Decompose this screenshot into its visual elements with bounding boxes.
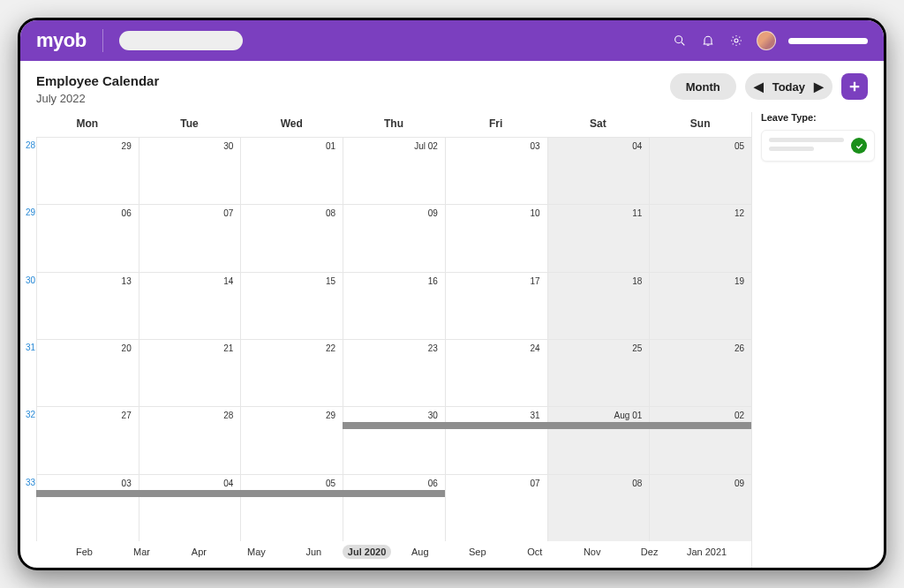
day-number: 09 [428, 208, 438, 218]
today-label: Today [772, 80, 805, 94]
day-cell[interactable]: 22 [240, 339, 343, 406]
search-icon[interactable] [672, 33, 688, 49]
day-cell[interactable]: 28 [139, 406, 241, 473]
timeline-item[interactable]: Nov [563, 547, 621, 557]
search-input[interactable] [119, 31, 243, 50]
day-number: 21 [223, 343, 233, 353]
day-cell[interactable]: 29 [36, 137, 139, 204]
day-cell[interactable]: Jul 02 [343, 137, 445, 204]
day-cell[interactable]: 23 [343, 339, 445, 406]
day-cell[interactable]: 04 [139, 474, 241, 541]
avatar[interactable] [757, 31, 776, 50]
timeline-item[interactable]: Sep [448, 547, 506, 557]
day-cell[interactable]: 19 [649, 272, 751, 339]
day-cell[interactable]: Aug 01 [547, 406, 650, 473]
day-cell[interactable]: 05 [240, 474, 343, 541]
day-cell[interactable]: 26 [649, 339, 751, 406]
week-cells: 03040506070809 [36, 474, 751, 541]
day-cell[interactable]: 06 [343, 474, 445, 541]
day-number: 31 [530, 411, 539, 420]
day-number: 03 [122, 479, 132, 488]
day-cell[interactable]: 04 [547, 137, 650, 204]
topbar: myob [20, 20, 884, 61]
gear-icon[interactable] [728, 33, 744, 49]
day-cell[interactable]: 09 [343, 204, 445, 271]
day-cell[interactable]: 08 [240, 204, 343, 271]
next-arrow-icon[interactable]: ▶ [814, 79, 824, 94]
timeline-item[interactable]: Aug [391, 547, 448, 557]
day-cell[interactable]: 05 [649, 137, 751, 204]
day-cell[interactable]: 30 [343, 406, 445, 473]
day-cell[interactable]: 15 [240, 272, 343, 339]
leave-type-card[interactable] [761, 130, 875, 162]
timeline-item[interactable]: Jul 2020 [343, 545, 391, 559]
day-cell[interactable]: 03 [36, 474, 139, 541]
day-cell[interactable]: 07 [139, 204, 241, 271]
day-number: 08 [326, 208, 335, 218]
add-button[interactable] [841, 73, 868, 100]
view-month-button[interactable]: Month [670, 73, 736, 100]
day-cell[interactable]: 31 [445, 406, 547, 473]
day-cell[interactable]: 10 [445, 204, 547, 271]
brand-logo: myob [36, 29, 87, 52]
day-number: 07 [223, 208, 233, 218]
week-cells: 06070809101112 [36, 204, 751, 271]
placeholder-line [769, 147, 814, 151]
svg-line-1 [682, 42, 684, 45]
day-cell[interactable]: 18 [547, 272, 650, 339]
day-cell[interactable]: 11 [547, 204, 650, 271]
day-number: 07 [530, 479, 539, 488]
day-cell[interactable]: 25 [547, 339, 650, 406]
day-number: 29 [122, 141, 132, 151]
day-cell[interactable]: 16 [343, 272, 445, 339]
day-cell[interactable]: 09 [649, 474, 751, 541]
timeline-item[interactable]: Dez [621, 547, 678, 557]
app-window: myob Employee Calendar July 2022 Month [18, 18, 886, 570]
day-cell[interactable]: 06 [36, 204, 139, 271]
day-number: 08 [632, 479, 642, 488]
week-number: 31 [26, 343, 35, 352]
day-cell[interactable]: 08 [547, 474, 650, 541]
day-cell[interactable]: 13 [36, 272, 139, 339]
today-nav[interactable]: ◀ Today ▶ [745, 73, 832, 100]
day-cell[interactable]: 24 [445, 339, 547, 406]
day-cell[interactable]: 02 [649, 406, 751, 473]
day-number: 05 [326, 479, 335, 488]
timeline: FebMarAprMayJunJul 2020AugSepOctNovDezJa… [20, 541, 751, 568]
timeline-item[interactable]: Apr [170, 547, 228, 557]
timeline-item[interactable]: Feb [56, 547, 113, 557]
timeline-item[interactable]: Mar [113, 547, 170, 557]
day-cell[interactable]: 21 [139, 339, 241, 406]
day-cell[interactable]: 27 [36, 406, 139, 473]
day-number: Jul 02 [414, 141, 438, 151]
day-header: Thu [343, 112, 445, 135]
day-cell[interactable]: 30 [139, 137, 241, 204]
leave-type-lines [769, 138, 844, 151]
day-number: 24 [530, 343, 539, 353]
day-number: 06 [122, 208, 132, 218]
day-cell[interactable]: 01 [240, 137, 343, 204]
event-bar[interactable] [36, 490, 445, 497]
day-cell[interactable]: 12 [649, 204, 751, 271]
timeline-item[interactable]: Jun [285, 547, 343, 557]
day-number: 10 [530, 208, 539, 218]
day-cell[interactable]: 29 [240, 406, 343, 473]
username-placeholder [788, 38, 868, 44]
event-bar[interactable] [343, 422, 751, 429]
timeline-item[interactable]: Jan 2021 [678, 547, 735, 557]
day-cell[interactable]: 14 [139, 272, 241, 339]
day-cell[interactable]: 17 [445, 272, 547, 339]
day-number: 09 [734, 479, 744, 488]
timeline-item[interactable]: May [228, 547, 285, 557]
svg-point-0 [675, 36, 682, 43]
prev-arrow-icon[interactable]: ◀ [754, 79, 764, 94]
day-cell[interactable]: 20 [36, 339, 139, 406]
day-number: 12 [734, 208, 744, 218]
day-cell[interactable]: 07 [445, 474, 547, 541]
day-number: 13 [122, 276, 132, 286]
day-header: Mon [36, 112, 139, 135]
page-title: Employee Calendar [36, 73, 661, 88]
bell-icon[interactable] [700, 33, 716, 49]
day-cell[interactable]: 03 [445, 137, 547, 204]
timeline-item[interactable]: Oct [506, 547, 563, 557]
